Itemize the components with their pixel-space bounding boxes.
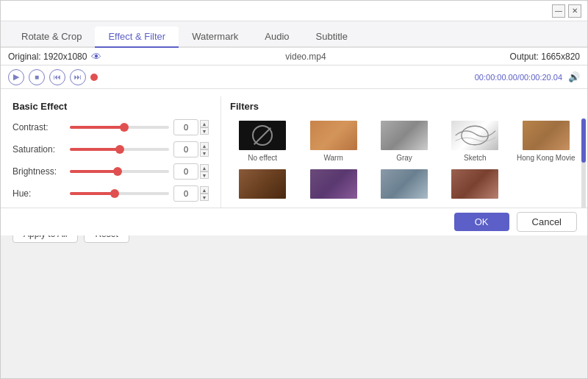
next-icon: ⏭ [74, 73, 82, 81]
filter-thumb-row2-3 [379, 168, 429, 200]
hue-value: 0 [173, 185, 198, 202]
tab-audio[interactable]: Audio [251, 26, 302, 48]
brightness-slider[interactable] [70, 170, 169, 173]
title-bar: — ✕ [1, 1, 587, 21]
saturation-track [70, 148, 120, 151]
contrast-up[interactable]: ▲ [200, 120, 209, 127]
filter-thumb-warm [309, 119, 359, 152]
hue-slider[interactable] [70, 192, 169, 195]
saturation-thumb[interactable] [115, 145, 124, 154]
no-effect-line [254, 127, 271, 145]
filter-label-sketch: Sketch [464, 154, 487, 162]
filter-label-hongkong: Hong Kong Movie [517, 154, 576, 162]
controls-bar: ▶ ■ ⏮ ⏭ 00:00:00.00/00:00:20.04 🔊 [1, 65, 587, 89]
saturation-row: Saturation: 0 ▲ ▼ [12, 141, 209, 157]
saturation-spinners: ▲ ▼ [200, 142, 209, 157]
play-button[interactable]: ▶ [8, 69, 24, 85]
brightness-thumb[interactable] [113, 167, 122, 176]
contrast-track [70, 126, 124, 129]
time-display: 00:00:00.00/00:00:20.04 [475, 73, 562, 82]
hue-down[interactable]: ▼ [200, 194, 209, 201]
hue-track [70, 192, 115, 195]
contrast-row: Contrast: 0 ▲ ▼ [12, 119, 209, 135]
cancel-button[interactable]: Cancel [517, 212, 577, 232]
brightness-down[interactable]: ▼ [200, 171, 209, 179]
output-resolution: Output: 1665x820 [510, 52, 580, 62]
prev-icon: ⏮ [54, 73, 61, 81]
original-resolution: Original: 1920x1080 [8, 52, 87, 62]
brightness-track [70, 170, 118, 173]
saturation-up[interactable]: ▲ [200, 142, 209, 149]
filter-row2-3-bg [381, 169, 428, 199]
tab-watermark[interactable]: Watermark [179, 26, 251, 48]
filter-thumb-gray [379, 119, 429, 152]
preview-info-bar: Original: 1920x1080 👁 video.mp4 Output: … [1, 48, 587, 65]
filter-thumb-row2-2 [309, 168, 359, 200]
contrast-slider[interactable] [70, 126, 169, 129]
hue-spinners: ▲ ▼ [200, 186, 209, 201]
tab-effect[interactable]: Effect & Filter [95, 26, 179, 48]
no-effect-circle [252, 125, 273, 146]
filter-row2-1-bg [239, 169, 286, 199]
hue-label: Hue: [12, 188, 65, 199]
tab-subtitle[interactable]: Subtitle [303, 26, 361, 48]
stop-button[interactable]: ■ [29, 69, 45, 85]
svg-point-0 [462, 126, 488, 144]
scroll-thumb[interactable] [581, 118, 586, 163]
prev-button[interactable]: ⏮ [49, 69, 65, 85]
filter-thumb-no-effect [237, 119, 287, 152]
contrast-spinners: ▲ ▼ [200, 120, 209, 135]
hue-thumb[interactable] [110, 189, 119, 198]
filter-row2-1[interactable] [230, 168, 295, 202]
filter-row2-4-bg [451, 169, 498, 199]
record-dot[interactable] [90, 74, 98, 81]
contrast-label: Contrast: [12, 122, 65, 132]
brightness-label: Brightness: [12, 166, 65, 177]
filter-hongkong[interactable]: Hong Kong Movie [514, 119, 578, 162]
filter-row2-2[interactable] [301, 168, 365, 202]
filter-row2-4[interactable] [442, 168, 507, 202]
tab-rotate[interactable]: Rotate & Crop [8, 26, 95, 48]
bottom-panel: Basic Effect Contrast: 0 ▲ ▼ Saturation:… [1, 89, 587, 235]
filter-no-effect[interactable]: No effect [230, 119, 295, 162]
contrast-value: 0 [173, 119, 198, 135]
filter-thumb-sketch [450, 119, 500, 152]
saturation-slider[interactable] [70, 148, 169, 151]
filter-sketch[interactable]: Sketch [442, 119, 507, 162]
brightness-row: Brightness: 0 ▲ ▼ [12, 163, 209, 180]
filter-gray[interactable]: Gray [372, 119, 437, 162]
filter-sketch-bg [451, 121, 498, 150]
sketch-lines [451, 121, 498, 150]
next-button[interactable]: ⏭ [70, 69, 86, 85]
close-button[interactable]: ✕ [568, 4, 581, 18]
filters-grid: No effect Warm Gray [230, 119, 578, 202]
filter-warm-bg [310, 121, 357, 150]
filter-thumb-row2-1 [237, 168, 287, 200]
filter-label-warm: Warm [323, 154, 343, 162]
brightness-spinners: ▲ ▼ [200, 164, 209, 179]
volume-icon[interactable]: 🔊 [568, 71, 580, 82]
filter-label-no-effect: No effect [248, 154, 277, 162]
filename-label: video.mp4 [101, 52, 509, 62]
filter-gray-bg [381, 121, 428, 150]
contrast-thumb[interactable] [120, 123, 129, 132]
saturation-down[interactable]: ▼ [200, 149, 209, 157]
ok-button[interactable]: OK [454, 213, 509, 231]
hue-up[interactable]: ▲ [200, 186, 209, 194]
brightness-up[interactable]: ▲ [200, 164, 209, 171]
filters-title: Filters [230, 101, 578, 112]
filter-row2-3[interactable] [372, 168, 437, 202]
hue-row: Hue: 0 ▲ ▼ [12, 185, 209, 202]
filter-row2-2-bg [310, 169, 357, 199]
filter-thumb-hongkong [521, 119, 571, 152]
eye-icon[interactable]: 👁 [91, 51, 101, 63]
filter-hkmovie-bg [523, 121, 570, 150]
filter-warm[interactable]: Warm [301, 119, 365, 162]
contrast-down[interactable]: ▼ [200, 127, 209, 135]
saturation-value: 0 [173, 141, 198, 157]
basic-effect-title: Basic Effect [12, 101, 209, 112]
filter-thumb-row2-4 [450, 168, 500, 200]
tab-bar: Rotate & Crop Effect & Filter Watermark … [1, 21, 587, 48]
minimize-button[interactable]: — [552, 4, 565, 18]
footer-action-bar: OK Cancel [1, 208, 587, 235]
